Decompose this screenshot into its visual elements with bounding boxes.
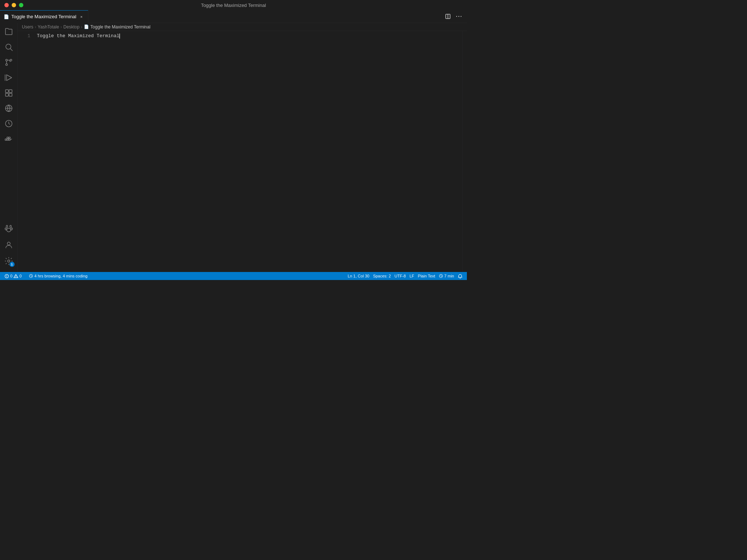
svg-line-6 — [10, 49, 12, 51]
editor-area: Users › YashTotale › Desktop › 📄 Toggle … — [18, 23, 467, 272]
encoding-label: UTF-8 — [395, 274, 406, 278]
error-warning-status[interactable]: 0 0 — [3, 272, 23, 280]
svg-rect-20 — [9, 139, 10, 140]
svg-point-5 — [6, 44, 11, 49]
line-number-1: 1 — [18, 32, 30, 39]
tab-close-button[interactable]: × — [78, 14, 84, 20]
svg-point-4 — [461, 16, 461, 17]
sidebar-item-extensions[interactable] — [1, 86, 16, 100]
bell-status[interactable] — [456, 272, 464, 280]
code-editor[interactable]: Toggle the Maximized Terminal — [34, 31, 462, 272]
svg-point-27 — [7, 242, 10, 245]
breadcrumb: Users › YashTotale › Desktop › 📄 Toggle … — [18, 23, 467, 31]
sidebar-item-explorer[interactable] — [1, 24, 16, 39]
breadcrumb-desktop[interactable]: Desktop — [63, 24, 80, 30]
window-title: Toggle the Maximized Terminal — [201, 3, 266, 8]
time-elapsed: 7 min — [444, 274, 454, 278]
time-status[interactable]: 4 hrs browsing, 4 mins coding — [27, 272, 89, 280]
svg-point-8 — [10, 59, 12, 61]
language-label: Plain Text — [418, 274, 436, 278]
svg-point-3 — [458, 16, 459, 17]
tab-bar-actions — [443, 11, 467, 22]
spaces-status[interactable]: Spaces: 2 — [372, 272, 392, 280]
status-bar-left: 0 0 4 hrs browsing, 4 mins coding — [0, 272, 89, 280]
warning-count: 0 — [19, 274, 22, 278]
activity-bar: 1 — [0, 23, 18, 272]
breadcrumb-users[interactable]: Users — [22, 24, 33, 30]
breadcrumb-sep-1: › — [35, 24, 36, 30]
svg-rect-15 — [9, 93, 12, 96]
sidebar-item-search[interactable] — [1, 40, 16, 54]
error-count: 0 — [10, 274, 12, 278]
svg-rect-21 — [7, 137, 8, 139]
editor-content[interactable]: 1 Toggle the Maximized Terminal — [18, 31, 467, 272]
language-status[interactable]: Plain Text — [417, 272, 437, 280]
tab-bar: 📄 Toggle the Maximized Terminal × — [0, 10, 467, 23]
svg-rect-14 — [5, 93, 8, 96]
time-info: 4 hrs browsing, 4 mins coding — [34, 274, 88, 278]
breadcrumb-yashtotale[interactable]: YashTotale — [38, 24, 59, 30]
active-tab[interactable]: 📄 Toggle the Maximized Terminal × — [0, 10, 88, 23]
svg-point-24 — [10, 225, 11, 228]
svg-rect-18 — [5, 139, 7, 140]
title-bar: Toggle the Maximized Terminal — [0, 0, 467, 10]
line-ending-label: LF — [410, 274, 414, 278]
svg-rect-12 — [5, 90, 8, 93]
text-cursor — [119, 34, 120, 39]
svg-rect-13 — [9, 90, 12, 93]
spaces-label: Spaces: 2 — [373, 274, 391, 278]
breadcrumb-sep-2: › — [61, 24, 62, 30]
svg-point-33 — [16, 277, 16, 277]
sidebar-item-docker[interactable] — [1, 132, 16, 146]
breadcrumb-file-icon: 📄 — [84, 24, 89, 29]
split-editor-button[interactable] — [443, 11, 453, 22]
breadcrumb-sep-3: › — [81, 24, 82, 30]
sidebar-item-source-control[interactable] — [1, 55, 16, 70]
minimap — [462, 31, 467, 272]
more-actions-button[interactable] — [454, 11, 464, 22]
cursor-position: Ln 1, Col 30 — [348, 274, 369, 278]
time-elapsed-status[interactable]: 7 min — [437, 272, 456, 280]
tab-file-icon: 📄 — [4, 14, 9, 19]
svg-point-31 — [7, 277, 7, 277]
svg-rect-19 — [7, 139, 8, 140]
maximize-button[interactable] — [19, 3, 23, 7]
tab-label: Toggle the Maximized Terminal — [11, 14, 76, 19]
settings-notification-badge: 1 — [9, 262, 15, 267]
sidebar-item-pets[interactable] — [1, 222, 16, 236]
svg-marker-10 — [7, 75, 12, 81]
encoding-status[interactable]: UTF-8 — [393, 272, 407, 280]
svg-point-23 — [6, 225, 8, 228]
activity-bar-bottom: 1 — [1, 222, 16, 272]
cursor-position-status[interactable]: Ln 1, Col 30 — [346, 272, 371, 280]
sidebar-item-timeline[interactable] — [1, 116, 16, 131]
svg-rect-22 — [9, 137, 10, 139]
status-bar: 0 0 4 hrs browsing, 4 mins coding Ln 1, … — [0, 272, 467, 280]
sidebar-item-remote-explorer[interactable] — [1, 101, 16, 116]
minimize-button[interactable] — [12, 3, 16, 7]
code-line-1: Toggle the Maximized Terminal — [37, 32, 462, 39]
close-button[interactable] — [4, 3, 9, 7]
sidebar-item-settings[interactable]: 1 — [1, 254, 16, 268]
sidebar-item-run[interactable] — [1, 70, 16, 85]
line-ending-status[interactable]: LF — [408, 272, 416, 280]
svg-point-2 — [456, 16, 457, 17]
status-bar-right: Ln 1, Col 30 Spaces: 2 UTF-8 LF Plain Te… — [346, 272, 467, 280]
traffic-lights — [4, 3, 23, 7]
sidebar-item-account[interactable] — [1, 238, 16, 252]
main-layout: 1 Users › YashTotale › Desktop › 📄 Toggl… — [0, 23, 467, 272]
breadcrumb-current-file[interactable]: Toggle the Maximized Terminal — [90, 24, 151, 30]
line-numbers: 1 — [18, 31, 34, 272]
svg-point-28 — [8, 260, 10, 262]
